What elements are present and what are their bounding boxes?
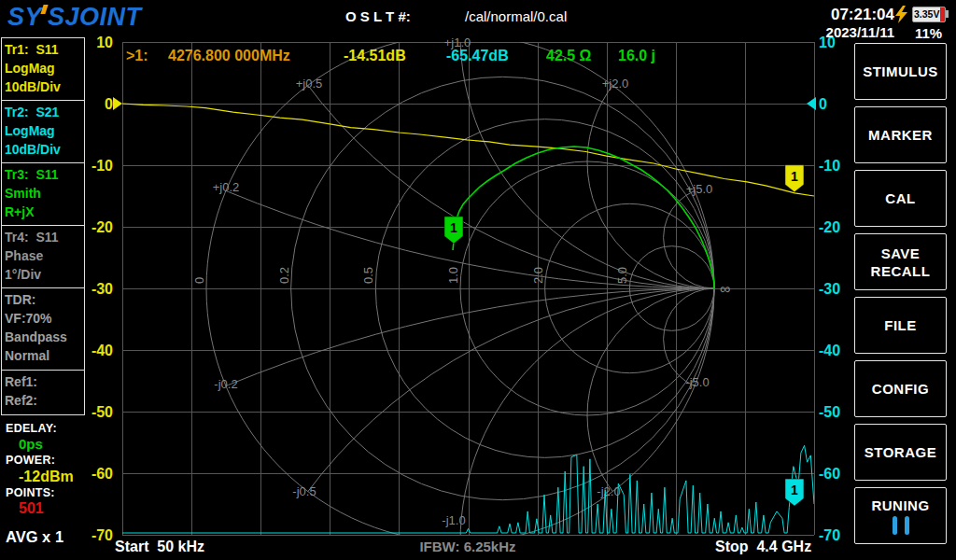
clock: 07:21:04 2023/11/11 [826,6,894,41]
menu-button-stimulus[interactable]: STIMULUS [854,43,947,100]
svg-text:1.0: 1.0 [446,267,460,284]
menu-button-file[interactable]: FILE [854,297,947,354]
marker-flag-tr1[interactable]: 1 [785,165,804,192]
average-count: AVG x 1 [6,528,63,546]
menu-button-storage[interactable]: STORAGE [854,424,947,481]
battery-voltage: 3.35V [914,8,938,21]
menu-button-cal[interactable]: CAL [854,170,947,227]
menu-button-label: FILE [884,316,917,334]
trace-box-line: Tr3: S11 [5,165,84,184]
svg-text:1: 1 [450,220,457,235]
svg-text:0: 0 [105,96,113,112]
svg-text:-j0.5: -j0.5 [292,484,316,498]
trace-box-line: TDR: [5,290,84,309]
trace-box-line: Phase [5,246,84,265]
ref-level-arrow-right[interactable] [807,97,816,110]
svg-text:-60: -60 [819,466,840,482]
menu-button-marker[interactable]: MARKER [854,106,947,163]
svg-text:-50: -50 [91,404,113,420]
menu-button-save-recall[interactable]: SAVERECALL [854,233,947,290]
sweep-start: Start 50 kHz [115,539,204,555]
trace-box-line: Ref1: [5,372,84,391]
menu-button-label: CONFIG [872,380,929,398]
svg-text:-50: -50 [819,404,840,420]
svg-text:-60: -60 [91,466,113,482]
sweep-stop: Stop 4.4 GHz [715,539,811,555]
trace-box-line: Ref2: [5,391,84,410]
marker-flag-tr2[interactable]: 1 [785,479,804,506]
trace-box-tr1[interactable]: Tr1: S11LogMag10dB/Div [1,37,85,103]
trace-box-tdr[interactable]: TDR:VF:70%BandpassNormal [1,287,85,372]
trace-box-line: 1°/Div [5,265,84,284]
ref-level-arrow-left[interactable] [113,97,122,110]
menu-button-label: CAL [885,189,915,207]
svg-text:5.0: 5.0 [615,267,629,284]
svg-text:+j5.0: +j5.0 [686,182,713,196]
points-value: 501 [19,500,44,517]
trace-box-line: LogMag [5,59,84,77]
pause-icon[interactable] [893,516,909,535]
trace-tr2-s21-logmag [122,445,814,533]
points-label: POINTS: [6,486,55,499]
svg-text:-10: -10 [91,158,113,174]
trace-box-line: Tr2: S21 [5,103,84,121]
trace-box-line: Tr1: S11 [5,40,84,59]
svg-text:0.2: 0.2 [277,267,291,284]
clock-time: 07:21:04 [826,6,894,23]
svg-text:0.5: 0.5 [361,267,375,284]
battery-low-bar [940,7,945,21]
svg-text:-30: -30 [91,281,113,297]
svg-text:-10: -10 [819,158,840,174]
menu-button-runing[interactable]: RUNING [854,487,947,544]
marker-readout-id: >1: [126,48,148,64]
smith-labels: +j1.0+j0.5+j2.0+j0.2+j5.0-j0.2-j5.0-j0.5… [192,35,730,527]
trace-box-tr2[interactable]: Tr2: S21LogMag10dB/Div [1,100,85,165]
menu-button-label: MARKER [868,126,933,144]
trace-box-line: R+jX [5,203,84,221]
svg-text:-30: -30 [819,281,840,297]
battery-percent: 11% [915,25,942,41]
menu-button-label: STIMULUS [863,63,938,80]
brand-logo: SYSJOINT [7,3,142,32]
svg-text:-40: -40 [91,343,113,358]
pause-bar [893,516,897,535]
vna-screen: +j1.0+j0.5+j2.0+j0.2+j5.0-j0.2-j5.0-j0.5… [0,0,956,560]
marker-flag-tr3[interactable]: 1 [444,217,463,244]
trace-box-tr3[interactable]: Tr3: S11SmithR+jX [1,162,85,228]
menu-button-label: RECALL [871,262,931,280]
menu-button-label: SAVE [881,245,921,262]
trace-box-ref[interactable]: Ref1:Ref2: [1,370,85,415]
trace-box-line: Bandpass [5,328,84,346]
marker-readout-frequency: 4276.800 000MHz [168,48,290,64]
ifbw-value: IFBW: 6.25kHz [419,539,515,554]
trace-box-line: 10dB/Div [5,77,84,96]
svg-text:-j2.0: -j2.0 [597,484,620,498]
cal-status-label: O S L T #: [345,8,411,24]
power-label: POWER: [6,454,55,467]
trace-box-line: Smith [5,184,84,203]
svg-text:10: 10 [96,35,113,50]
svg-text:+j0.2: +j0.2 [213,180,240,194]
menu-button-config[interactable]: CONFIG [854,360,947,417]
measurement-chart[interactable]: +j1.0+j0.5+j2.0+j0.2+j5.0-j0.2-j5.0-j0.5… [0,0,956,560]
trace-box-tr4[interactable]: Tr4: S11Phase1°/Div [1,225,85,290]
svg-text:0: 0 [819,96,827,112]
svg-text:1: 1 [791,483,798,497]
trace-box-line: Normal [5,346,84,365]
menu-button-label: STORAGE [865,443,936,461]
trace-box-line: VF:70% [5,309,84,328]
svg-text:-70: -70 [91,527,113,543]
svg-text:-j1.0: -j1.0 [442,513,465,527]
trace-box-line: 10dB/Div [5,140,84,159]
svg-text:0: 0 [192,277,206,284]
edelay-value: 0ps [19,436,43,452]
trace-box-line: Tr4: S11 [5,228,84,246]
svg-text:-20: -20 [91,219,113,235]
logo-text-right: SJOINT [48,3,142,31]
pause-bar [905,516,909,535]
marker-readout-tr2: -65.47dB [446,48,509,64]
logo-text-left: SY [7,3,42,31]
smith-grid [0,0,956,560]
svg-text:+j2.0: +j2.0 [602,77,629,91]
svg-text:-20: -20 [819,219,840,235]
